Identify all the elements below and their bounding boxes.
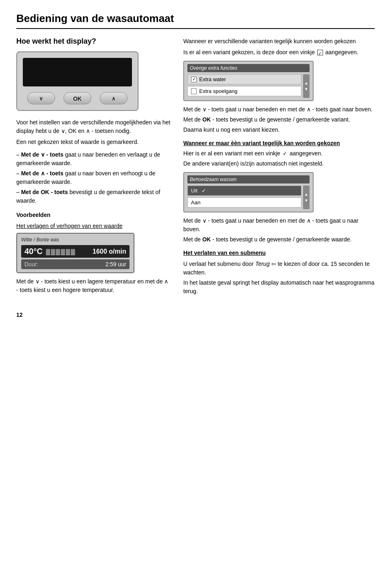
checkmark-icon: ✓ <box>283 150 287 157</box>
right-para5: De andere variant(en) is/zijn automatisc… <box>183 159 375 168</box>
behoedzaam-scroll-bar: ▲ ▼ <box>303 186 310 209</box>
behoedzaam-row1: Uit ✓ <box>187 186 301 196</box>
checkbox-extra-spoelgang <box>191 88 197 94</box>
dash2-title-bold: Met de ∧ - toets <box>21 170 64 177</box>
btn-up[interactable]: ∧ <box>100 92 127 104</box>
section2-title: Wanneer er maar èèn variant tegelijk kan… <box>183 139 375 148</box>
left-para1: Voor het instellen van de verschillende … <box>16 118 171 135</box>
right-para3: Daarna kunt u nog een variant kiezen. <box>183 126 375 134</box>
page-title: Bediening van de wasautomaat <box>16 12 375 29</box>
functies-row1-text: Extra water <box>199 76 226 82</box>
functies-box-title: Overige extra functies <box>187 64 310 72</box>
scroll-down-icon: ▼ <box>304 87 308 91</box>
scroll-bar: ▲ ▼ <box>303 74 310 98</box>
dash3-title: Met de OK - toets bevestigt u de gemarke… <box>16 189 160 204</box>
checkbox-icon: ✓ <box>317 50 323 55</box>
behoedzaam-box: Behoedzaam wassen Uit ✓ Aan ▲ ▼ <box>183 172 314 212</box>
wash-spin-dots: ▓▓▓▓▓▓ <box>46 248 76 255</box>
behoedzaam-row1-text: Uit <box>191 188 198 194</box>
scroll-up-icon: ▲ <box>304 81 308 85</box>
behoedzaam-box-title: Behoedzaam wassen <box>187 175 310 183</box>
section3-title: Het verlaten van een submenu <box>183 249 375 257</box>
behoedzaam-rows-content: Uit ✓ Aan <box>187 186 301 209</box>
behoedzaam-row2: Aan <box>187 197 301 208</box>
right-column: Wanneer er verschillende varianten tegel… <box>183 37 375 322</box>
right-para7: Met de OK - toets bevestigt u de gewenst… <box>183 235 375 244</box>
functies-rows-content: ✓ Extra water Extra spoelgang <box>187 74 301 98</box>
dash1-title-bold: Met de ∨ - toets <box>21 151 64 158</box>
wash-display-row2: Duur: 2:59 uur <box>21 259 130 269</box>
extra-functies-box: Overige extra functies ✓ Extra water Ext… <box>183 61 314 101</box>
right-intro1: Wanneer er verschillende varianten tegel… <box>183 37 375 46</box>
right-para4: Hier is er al een variant met een vinkje… <box>183 149 375 158</box>
left-bottom-text: Met de ∨ - toets kiest u een lagere temp… <box>16 277 171 294</box>
display-screen <box>23 58 132 86</box>
right-para8: U verlaat het submenu door Terug ⇦ te ki… <box>183 260 375 277</box>
functies-row2-text: Extra spoelgang <box>199 88 237 94</box>
example1-subtitle: Het verlagen of verhogen van een waarde <box>16 222 171 230</box>
wash-duur-time: 2:59 uur <box>105 261 126 267</box>
left-para2: Een net gekozen tekst of waarde is gemar… <box>16 138 171 146</box>
page-number: 12 <box>16 311 171 319</box>
wash-temp: 40°C <box>24 247 43 256</box>
dash2-title: Met de ∧ - toets gaat u naar boven en ve… <box>16 170 156 185</box>
dash1: Met de ∨ - toets gaat u naar beneden en … <box>16 150 171 168</box>
functies-row2: Extra spoelgang <box>187 86 301 96</box>
voorbeelden-title: Voorbeelden <box>16 211 171 219</box>
btn-ok[interactable]: OK <box>64 92 91 104</box>
behoedzaam-rows-wrap: Uit ✓ Aan ▲ ▼ <box>187 186 310 209</box>
checkbox-extra-water: ✓ <box>191 77 197 82</box>
wash-rpm: 1600 o/min <box>92 248 126 255</box>
behoedzaam-row2-text: Aan <box>191 199 200 206</box>
btn-down[interactable]: ∨ <box>27 92 55 104</box>
right-para6: Met de ∨ - toets gaat u naar beneden en … <box>183 217 375 234</box>
wash-duur-label: Duur: <box>24 261 38 267</box>
wash-display-row1: 40°C ▓▓▓▓▓▓ 1600 o/min <box>21 245 130 258</box>
right-para9: In het laatste geval springt het display… <box>183 279 375 296</box>
wash-display-title: Witte / Bonte was <box>21 237 130 243</box>
dash3-title-bold: Met de OK - toets <box>21 189 68 195</box>
dash1-title: Met de ∨ - toets gaat u naar beneden en … <box>16 151 160 166</box>
display-buttons: ∨ OK ∧ <box>23 92 132 104</box>
behoedzaam-checkmark: ✓ <box>202 188 206 194</box>
behoedzaam-scroll-down-icon: ▼ <box>304 198 308 203</box>
right-intro2: Is er al een variant gekozen, is deze do… <box>183 48 375 57</box>
dash2: Met de ∧ - toets gaat u naar boven en ve… <box>16 169 171 186</box>
behoedzaam-scroll-up-icon: ▲ <box>304 192 308 197</box>
wash-display-example: Witte / Bonte was 40°C ▓▓▓▓▓▓ 1600 o/min… <box>16 233 134 273</box>
functies-row1: ✓ Extra water <box>187 74 301 84</box>
left-column: Hoe werkt het display? ∨ OK ∧ Voor het i… <box>16 37 171 322</box>
dash3: Met de OK - toets bevestigt u de gemarke… <box>16 188 171 205</box>
functies-rows-wrap: ✓ Extra water Extra spoelgang ▲ ▼ <box>187 74 310 98</box>
section1-title: Hoe werkt het display? <box>16 37 171 46</box>
right-para1: Met de ∨ - toets gaat u naar beneden en … <box>183 105 375 114</box>
display-panel: ∨ OK ∧ <box>16 51 138 111</box>
right-para2: Met de OK - toets bevestigt u de gewenst… <box>183 115 375 124</box>
